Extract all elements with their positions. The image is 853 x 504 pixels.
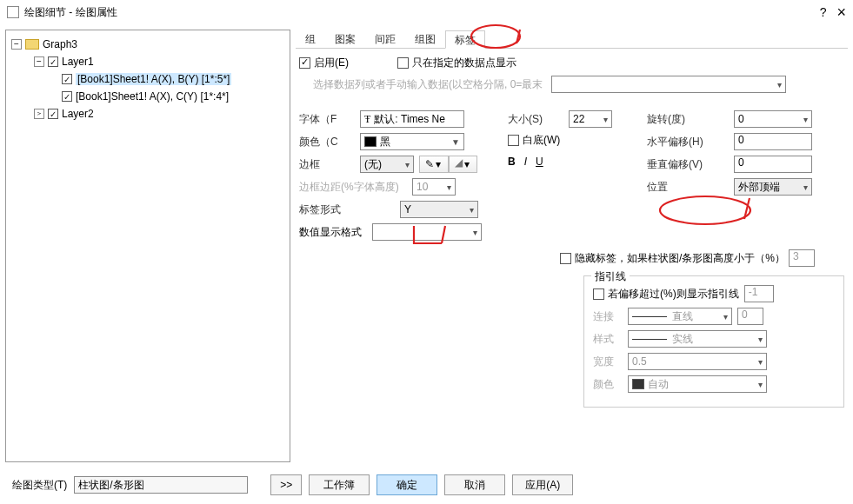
leader-show-label: 若偏移超过(%)则显示指引线 — [608, 287, 739, 302]
tab-pattern[interactable]: 图案 — [325, 30, 365, 48]
close-button[interactable]: × — [836, 3, 846, 22]
footer-bar: 绘图类型(T) 柱状图/条形图 >> 工作簿 确定 取消 应用(A) — [0, 468, 853, 502]
color-combo[interactable]: 黑 ▼ — [360, 133, 464, 150]
cancel-button[interactable]: 取消 — [444, 474, 505, 495]
only-show-label: 只在指定的数据点显示 — [412, 56, 516, 70]
rotate-combo[interactable]: 0▾ — [734, 110, 812, 128]
whitebg-label: 白底(W) — [523, 133, 560, 148]
leader-width-label: 宽度 — [593, 355, 628, 369]
position-combo[interactable]: 外部顶端▾ — [734, 178, 812, 196]
bucket-icon — [455, 158, 463, 170]
expand-icon[interactable]: ＞ — [34, 109, 44, 119]
tab-group[interactable]: 组 — [296, 30, 325, 48]
leader-show-checkbox[interactable] — [593, 288, 604, 300]
leader-width-combo: 0.5▾ — [628, 353, 767, 370]
italic-button[interactable]: I — [524, 153, 527, 169]
checkbox-icon[interactable] — [62, 74, 72, 84]
bold-button[interactable]: B — [508, 153, 516, 169]
checkbox-icon[interactable] — [48, 56, 58, 67]
font-label: 字体（F — [299, 112, 360, 127]
hidelabel-value: 3 — [789, 249, 815, 267]
font-combo[interactable]: Ŧ 默认: Times Ne — [360, 110, 464, 128]
label-form-combo[interactable]: Y▾ — [400, 201, 478, 218]
fill-color-split-button[interactable]: ▾ — [449, 156, 477, 173]
pen-color-split-button[interactable]: ✎▾ — [419, 156, 449, 173]
plot-type-label: 绘图类型(T) — [12, 478, 67, 493]
title-bar: 绘图细节 - 绘图属性 ? × — [0, 0, 853, 24]
collapse-icon[interactable]: − — [11, 39, 22, 50]
position-label: 位置 — [647, 180, 734, 195]
line-icon — [632, 339, 667, 340]
label-form-label: 标签形式 — [299, 202, 360, 217]
numfmt-label: 数值显示格式 — [299, 225, 372, 240]
tab-bar: 组 图案 间距 组图 标签 — [296, 30, 848, 49]
underline-button[interactable]: U — [536, 153, 543, 169]
rotate-label: 旋转(度) — [647, 112, 734, 127]
tree-root[interactable]: Graph3 — [43, 38, 77, 50]
checkbox-icon[interactable] — [62, 91, 72, 102]
help-button[interactable]: ? — [820, 5, 827, 19]
leader-show-value: -1 — [744, 285, 774, 302]
enable-label: 启用(E) — [314, 56, 349, 70]
size-combo[interactable]: 22▾ — [569, 110, 612, 128]
tree-layer[interactable]: Layer2 — [62, 108, 94, 120]
leader-connect-n: 0 — [737, 308, 763, 325]
leader-color-combo: 自动▾ — [628, 375, 767, 393]
whitebg-checkbox[interactable] — [508, 135, 519, 146]
app-icon — [7, 6, 19, 18]
hidelabel-label: 隐藏标签，如果柱状图/条形图高度小于（%） — [575, 251, 785, 266]
leader-color-label: 颜色 — [593, 377, 628, 392]
border-label: 边框 — [299, 157, 360, 172]
apply-button[interactable]: 应用(A) — [512, 474, 573, 495]
only-show-checkbox[interactable] — [397, 57, 409, 69]
font-glyph-icon: Ŧ — [364, 113, 370, 126]
tree-layer[interactable]: Layer1 — [62, 56, 94, 68]
window-title: 绘图细节 - 绘图属性 — [24, 5, 117, 20]
tab-spacing[interactable]: 间距 — [365, 30, 405, 48]
border-combo[interactable]: (无)▾ — [360, 156, 414, 173]
border-margin-label: 边框边距(%字体高度) — [299, 180, 412, 195]
hidelabel-checkbox[interactable] — [560, 253, 571, 264]
leader-title: 指引线 — [591, 269, 630, 284]
hoff-input[interactable]: 0 — [734, 133, 812, 150]
collapse-icon[interactable]: − — [34, 56, 44, 67]
color-swatch-icon — [364, 136, 377, 147]
checkbox-icon[interactable] — [48, 109, 58, 119]
color-label: 颜色（C — [299, 135, 360, 149]
enable-checkbox[interactable] — [299, 57, 310, 69]
leader-style-combo: 实线▾ — [628, 330, 767, 348]
tree-item[interactable]: [Book1]Sheet1! A(X), B(Y) [1*:5*] — [76, 73, 231, 85]
border-margin-combo: 10▾ — [412, 178, 456, 196]
leader-connect-label: 连接 — [593, 309, 628, 324]
pen-icon: ✎ — [425, 158, 434, 170]
color-swatch-icon — [632, 379, 644, 389]
expand-button[interactable]: >> — [270, 474, 302, 495]
folder-icon — [25, 39, 39, 50]
hoff-label: 水平偏移(H) — [647, 135, 734, 149]
tree-item[interactable]: [Book1]Sheet1! A(X), C(Y) [1*:4*] — [76, 90, 229, 103]
plot-type-combo[interactable]: 柱状图/条形图 — [74, 476, 248, 494]
voff-label: 垂直偏移(V) — [647, 157, 734, 172]
leader-group: 指引线 若偏移超过(%)则显示指引线 -1 连接 直线▾ 0 样式 — [583, 275, 844, 408]
tab-label[interactable]: 标签 — [445, 30, 485, 49]
leader-style-label: 样式 — [593, 332, 628, 347]
size-label: 大小(S) — [508, 112, 569, 127]
tab-panel[interactable]: 组图 — [405, 30, 445, 48]
hint-text: 选择数据列或者手动输入数据(以空格分隔, 0=最末 — [313, 77, 543, 92]
voff-input[interactable]: 0 — [734, 156, 812, 173]
workbook-button[interactable]: 工作簿 — [309, 474, 370, 495]
line-icon — [632, 316, 667, 317]
data-column-combo: ▾ — [551, 76, 786, 93]
ok-button[interactable]: 确定 — [377, 474, 437, 495]
tree-panel: − Graph3 − Layer1 [Book1]Sheet1! A(X), B… — [5, 30, 290, 462]
numfmt-combo[interactable]: ▾ — [372, 223, 482, 241]
leader-connect-combo: 直线▾ — [628, 308, 732, 325]
